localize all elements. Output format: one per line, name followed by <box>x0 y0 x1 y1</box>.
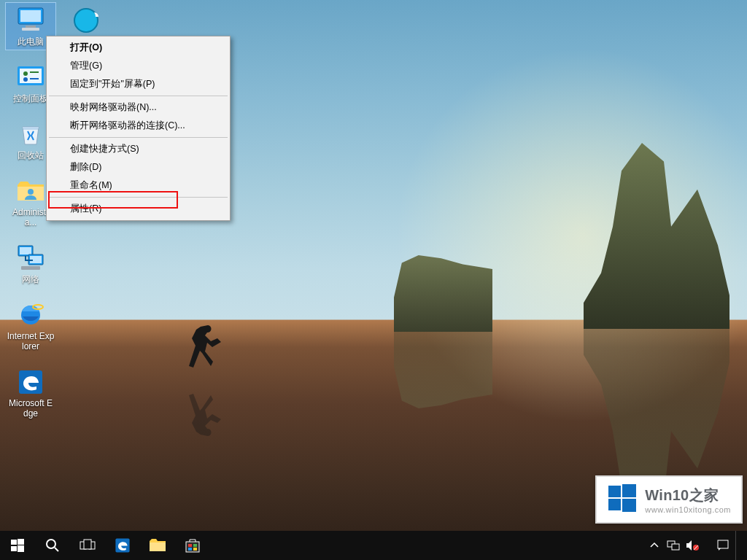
svg-rect-42 <box>672 544 679 550</box>
svg-rect-28 <box>18 545 24 552</box>
watermark-banner: Win10之家 www.win10xitong.com <box>595 475 743 524</box>
start-button[interactable] <box>0 531 35 560</box>
svg-rect-5 <box>20 69 42 83</box>
ctx-item-delete[interactable]: 删除(D) <box>48 158 228 176</box>
edge-icon <box>114 537 131 554</box>
action-center-icon <box>717 540 729 551</box>
desktop-icon-label: Internet Explorer <box>7 331 55 351</box>
desktop-icon-label: Microsoft Edge <box>7 398 55 419</box>
wallpaper-runner-reflection <box>184 382 228 439</box>
tray-action-center-button[interactable] <box>716 539 729 552</box>
taskbar-task-view-button[interactable] <box>70 531 105 560</box>
wallpaper-rock-left <box>394 255 492 332</box>
desktop-icon-label: 回收站 <box>18 150 44 160</box>
windows-logo-icon <box>607 483 638 516</box>
desktop-icon-internet-explorer[interactable]: Internet Explorer <box>6 298 55 354</box>
watermark-text: Win10之家 www.win10xitong.com <box>645 486 731 514</box>
svg-rect-24 <box>622 499 636 512</box>
context-menu: 打开(O) 管理(G) 固定到"开始"屏幕(P) 映射网络驱动器(N)... 断… <box>46 36 231 221</box>
browser-icon <box>70 6 102 35</box>
ctx-separator <box>49 96 228 96</box>
taskbar-edge-button[interactable] <box>105 531 140 560</box>
internet-explorer-icon <box>15 300 47 330</box>
svg-rect-21 <box>608 486 621 497</box>
wallpaper-rock-left-reflection <box>394 332 492 408</box>
watermark-subtitle: www.win10xitong.com <box>645 505 731 514</box>
ctx-separator <box>49 137 228 138</box>
svg-rect-37 <box>188 544 192 547</box>
svg-rect-12 <box>20 247 31 254</box>
svg-rect-36 <box>186 542 199 552</box>
svg-rect-3 <box>22 28 39 31</box>
file-explorer-icon <box>149 538 166 553</box>
ctx-separator <box>49 197 228 198</box>
tray-volume-button[interactable] <box>686 539 699 552</box>
taskbar <box>0 531 747 560</box>
svg-rect-25 <box>11 540 17 545</box>
ctx-item-rename[interactable]: 重命名(M) <box>48 176 228 195</box>
svg-rect-27 <box>11 546 17 551</box>
desktop[interactable]: 此电脑 控制面板 回收站 Administra... 网络 <box>0 0 747 560</box>
ctx-item-create-shortcut[interactable]: 创建快捷方式(S) <box>48 140 228 158</box>
edge-icon <box>15 368 47 397</box>
tray-network-button[interactable] <box>667 539 680 552</box>
svg-point-8 <box>23 77 28 82</box>
ctx-item-properties[interactable]: 属性(R) <box>48 200 228 218</box>
user-folder-icon <box>15 176 47 206</box>
this-pc-icon <box>15 6 47 35</box>
network-tray-icon <box>667 540 680 551</box>
desktop-icon-label: 此电脑 <box>18 36 44 47</box>
volume-muted-icon <box>686 540 699 551</box>
svg-point-6 <box>23 71 28 76</box>
svg-point-10 <box>28 189 34 195</box>
svg-rect-39 <box>188 548 192 551</box>
svg-rect-40 <box>193 548 197 551</box>
svg-rect-15 <box>21 266 40 270</box>
show-desktop-button[interactable] <box>735 531 740 560</box>
svg-rect-22 <box>622 484 636 497</box>
chevron-up-icon <box>650 541 659 550</box>
ctx-item-open[interactable]: 打开(O) <box>48 39 228 57</box>
ctx-item-disconnect-network-drive[interactable]: 断开网络驱动器的连接(C)... <box>48 117 228 135</box>
svg-point-29 <box>47 540 55 548</box>
svg-rect-2 <box>26 26 36 28</box>
taskbar-store-button[interactable] <box>175 531 210 560</box>
svg-rect-26 <box>18 539 24 545</box>
svg-rect-38 <box>193 544 197 547</box>
svg-rect-9 <box>30 78 39 79</box>
control-panel-icon <box>15 63 47 92</box>
ctx-item-pin-to-start[interactable]: 固定到"开始"屏幕(P) <box>48 75 228 93</box>
desktop-icon-label: 控制面板 <box>13 93 48 104</box>
svg-rect-1 <box>20 10 41 22</box>
ctx-item-manage[interactable]: 管理(G) <box>48 57 228 75</box>
search-icon <box>45 538 60 553</box>
store-icon <box>185 537 201 553</box>
taskbar-file-explorer-button[interactable] <box>140 531 175 560</box>
svg-rect-35 <box>150 542 166 551</box>
taskbar-search-button[interactable] <box>35 531 70 560</box>
desktop-icon-network[interactable]: 网络 <box>6 241 55 287</box>
watermark-title: Win10之家 <box>645 486 731 505</box>
task-view-icon <box>80 539 96 552</box>
network-icon <box>15 244 47 273</box>
ctx-item-map-network-drive[interactable]: 映射网络驱动器(N)... <box>48 98 228 117</box>
desktop-icon-qq-browser[interactable] <box>61 3 111 39</box>
svg-rect-45 <box>718 540 728 548</box>
windows-start-icon <box>11 539 24 552</box>
svg-line-30 <box>55 548 58 551</box>
wallpaper-runner-silhouette <box>184 322 228 379</box>
svg-rect-33 <box>84 540 91 549</box>
desktop-icon-label: 网络 <box>22 274 39 284</box>
desktop-icon-microsoft-edge[interactable]: Microsoft Edge <box>6 365 55 421</box>
svg-rect-7 <box>30 71 39 73</box>
recycle-bin-icon <box>15 120 47 149</box>
wallpaper-rock-right <box>584 143 729 329</box>
svg-rect-23 <box>608 499 621 510</box>
tray-show-hidden-button[interactable] <box>648 539 661 552</box>
system-tray <box>648 531 747 560</box>
